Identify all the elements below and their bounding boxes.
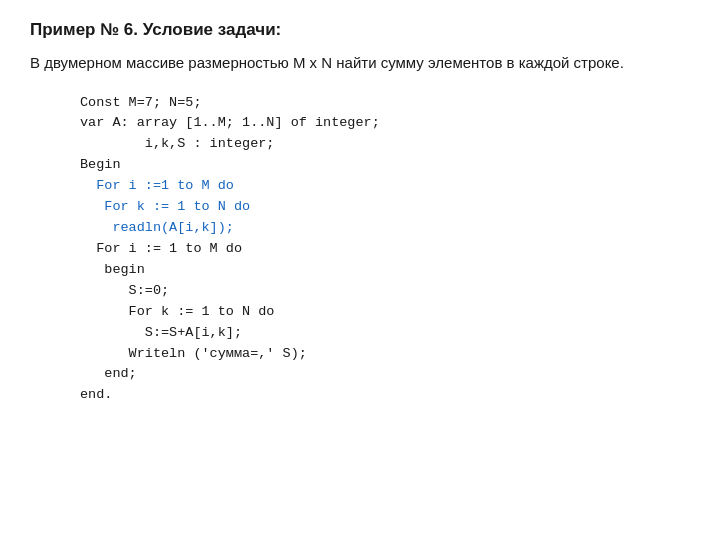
code-line-13: Writeln ('сумма=,' S);: [80, 344, 690, 365]
page-description: В двумерном массиве размерностью M x N н…: [30, 52, 690, 75]
code-line-9: begin: [80, 260, 690, 281]
code-block: Const M=7; N=5; var A: array [1..M; 1..N…: [80, 93, 690, 407]
code-line-4: Begin: [80, 155, 690, 176]
page-title: Пример № 6. Условие задачи:: [30, 20, 690, 40]
code-line-12: S:=S+A[i,k];: [80, 323, 690, 344]
code-line-7: readln(A[i,k]);: [80, 218, 690, 239]
code-line-11: For k := 1 to N do: [80, 302, 690, 323]
code-line-15: end.: [80, 385, 690, 406]
code-line-8: For i := 1 to M do: [80, 239, 690, 260]
code-line-2: var A: array [1..M; 1..N] of integer;: [80, 113, 690, 134]
code-line-1: Const M=7; N=5;: [80, 93, 690, 114]
code-line-14: end;: [80, 364, 690, 385]
code-line-3: i,k,S : integer;: [80, 134, 690, 155]
code-line-5: For i :=1 to M do: [80, 176, 690, 197]
code-line-10: S:=0;: [80, 281, 690, 302]
page: Пример № 6. Условие задачи: В двумерном …: [0, 0, 720, 540]
code-line-6: For k := 1 to N do: [80, 197, 690, 218]
